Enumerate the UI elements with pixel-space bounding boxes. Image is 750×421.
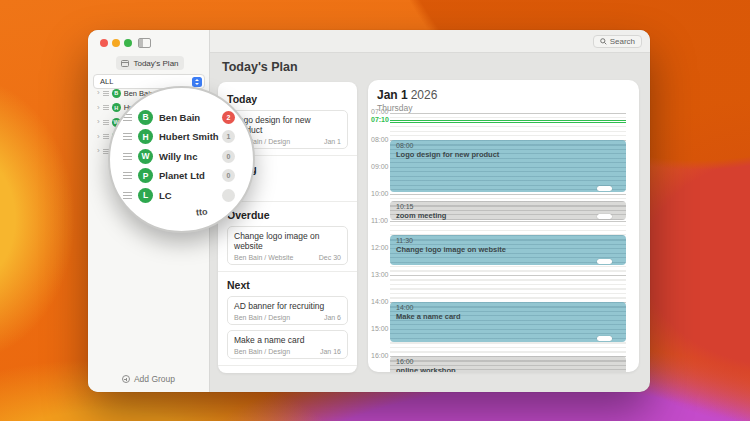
- task-title: AD banner for recruiting: [234, 301, 341, 311]
- calendar-panel: Jan 12026 Thursday 07:00 07:10 08:00 09:…: [368, 80, 639, 372]
- section-title-today: Today: [227, 93, 348, 105]
- task-card[interactable]: Change logo image on website Ben Bain / …: [227, 226, 348, 265]
- section-title-next: Next: [227, 279, 348, 291]
- task-meta: Ben Bain / Website: [234, 254, 293, 261]
- hour-label: 08:00: [371, 136, 389, 143]
- hour-label: 07:00: [371, 108, 389, 115]
- task-meta: Ben Bain / Design: [234, 348, 290, 355]
- chevron-right-icon[interactable]: ›: [97, 133, 100, 141]
- drag-handle-icon[interactable]: [103, 134, 109, 139]
- event-time: 08:00: [396, 142, 620, 149]
- drag-handle-icon[interactable]: [123, 114, 132, 121]
- calendar-icon: [121, 60, 129, 67]
- hour-label: 11:00: [371, 217, 388, 224]
- section-divider: [218, 271, 357, 272]
- drag-handle-icon[interactable]: [123, 133, 132, 140]
- event-title: Make a name card: [396, 312, 620, 321]
- event-time: 14:00: [396, 304, 620, 311]
- section-title-overdue: Overdue: [227, 209, 348, 221]
- chevron-right-icon[interactable]: ›: [97, 118, 100, 126]
- event-time: 10:15: [396, 203, 620, 210]
- timeline-grid[interactable]: 08:00 Logo design for new product 10:15 …: [390, 113, 626, 372]
- calendar-date: Jan 1: [377, 88, 408, 102]
- event-resize-handle[interactable]: [597, 214, 612, 219]
- chevron-right-icon[interactable]: ›: [97, 89, 100, 97]
- avatar: W: [138, 149, 153, 164]
- drag-handle-icon[interactable]: [123, 153, 132, 160]
- task-card[interactable]: Make a name card Ben Bain / Design Jan 1…: [227, 330, 348, 359]
- drag-handle-icon[interactable]: [123, 172, 132, 179]
- drag-handle-icon[interactable]: [123, 192, 132, 199]
- event-title: online workshop: [396, 366, 620, 372]
- magnifier-lens: B Ben Bain H Hubert Smith W Willy Inc P …: [108, 86, 255, 233]
- current-time-label: 07:10: [371, 116, 389, 123]
- calendar-event[interactable]: 14:00 Make a name card: [390, 302, 626, 342]
- titlebar: Search: [210, 30, 650, 53]
- todays-plan-button-label: Today's Plan: [133, 59, 178, 68]
- task-title: Make a name card: [234, 335, 341, 345]
- desktop-wallpaper: Today's Plan ALL › B Ben Bain › H Hubert…: [0, 0, 750, 421]
- avatar: B: [112, 89, 121, 98]
- hour-label: 09:00: [371, 163, 389, 170]
- zoom-button[interactable]: [124, 39, 132, 47]
- calendar-year: 2026: [411, 88, 438, 102]
- avatar: L: [138, 188, 153, 203]
- minimize-button[interactable]: [112, 39, 120, 47]
- event-time: 11:30: [396, 237, 620, 244]
- drag-handle-icon[interactable]: [103, 105, 109, 110]
- group-name: Willy Inc: [159, 151, 197, 162]
- group-badge: [222, 189, 235, 202]
- partial-group-name: tto: [196, 207, 208, 218]
- hour-label: 15:00: [371, 325, 389, 332]
- sidebar-toggle-icon[interactable]: [138, 38, 151, 48]
- todays-plan-button[interactable]: Today's Plan: [116, 56, 184, 70]
- event-resize-handle[interactable]: [597, 259, 612, 264]
- avatar: H: [138, 129, 153, 144]
- event-resize-handle[interactable]: [597, 186, 612, 191]
- drag-handle-icon[interactable]: [103, 91, 109, 96]
- search-label: Search: [610, 37, 635, 46]
- calendar-event[interactable]: 11:30 Change logo image on website: [390, 235, 626, 265]
- calendar-event[interactable]: 16:00 online workshop: [390, 356, 626, 372]
- avatar: B: [138, 110, 153, 125]
- task-card[interactable]: AD banner for recruiting Ben Bain / Desi…: [227, 296, 348, 325]
- avatar: H: [112, 103, 121, 112]
- group-badge: 0: [222, 169, 235, 182]
- event-title: Logo design for new product: [396, 150, 620, 159]
- event-title: Change logo image on website: [396, 245, 620, 254]
- group-name: Hubert Smith: [159, 131, 219, 142]
- app-window: Today's Plan ALL › B Ben Bain › H Hubert…: [88, 30, 650, 392]
- task-date: Jan 1: [324, 138, 341, 145]
- group-filter-value: ALL: [100, 77, 113, 86]
- task-title: Change logo image on website: [234, 231, 341, 251]
- group-name: Planet Ltd: [159, 170, 205, 181]
- hour-label: 16:00: [371, 352, 389, 359]
- group-badge: 0: [222, 150, 235, 163]
- drag-handle-icon[interactable]: [103, 120, 109, 125]
- chevron-right-icon[interactable]: ›: [97, 104, 100, 112]
- hour-label: 13:00: [371, 271, 389, 278]
- plus-icon: [122, 375, 130, 383]
- hour-label: 10:00: [371, 190, 389, 197]
- search-button[interactable]: Search: [593, 35, 642, 48]
- page-title: Today's Plan: [222, 60, 298, 74]
- current-time-line: [390, 120, 626, 123]
- close-button[interactable]: [100, 39, 108, 47]
- chevron-right-icon[interactable]: ›: [97, 147, 100, 155]
- event-resize-handle[interactable]: [597, 336, 612, 341]
- group-badge: 1: [222, 130, 235, 143]
- task-date: Jan 16: [320, 348, 341, 355]
- group-name: LC: [159, 190, 172, 201]
- section-divider: [218, 365, 357, 366]
- window-controls: [100, 39, 132, 47]
- search-icon: [600, 38, 607, 45]
- calendar-event[interactable]: 10:15 zoom meeting: [390, 201, 626, 220]
- task-date: Jan 6: [324, 314, 341, 321]
- event-time: 16:00: [396, 358, 620, 365]
- calendar-event[interactable]: 08:00 Logo design for new product: [390, 140, 626, 192]
- event-title: zoom meeting: [396, 211, 620, 220]
- task-meta: Ben Bain / Design: [234, 314, 290, 321]
- add-group-label: Add Group: [134, 374, 175, 384]
- add-group-button[interactable]: Add Group: [88, 374, 209, 384]
- group-badge: 2: [222, 111, 235, 124]
